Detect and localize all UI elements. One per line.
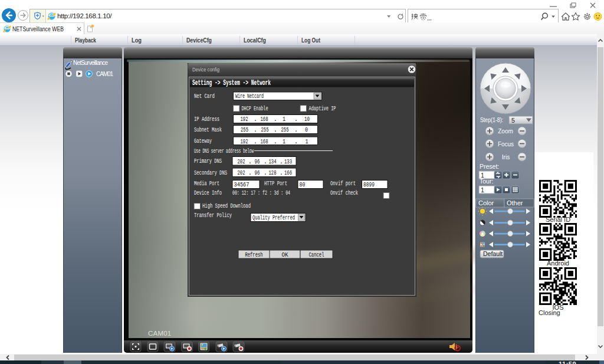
svg-text:Wire Netcard: Wire Netcard (235, 93, 264, 100)
svg-text:.: . (274, 116, 277, 123)
svg-text:IP Address: IP Address (194, 116, 219, 123)
svg-text:202: 202 (238, 169, 245, 176)
svg-text:.: . (248, 158, 252, 165)
svg-text:Preset:: Preset: (480, 163, 499, 170)
svg-text:.: . (254, 138, 257, 145)
svg-text:Zoom: Zoom (498, 128, 513, 135)
svg-text:134: 134 (269, 158, 277, 165)
svg-text:34567: 34567 (234, 181, 250, 188)
svg-text:.: . (280, 169, 283, 176)
svg-text:Transfer Policy: Transfer Policy (194, 212, 232, 219)
svg-text:192: 192 (241, 138, 248, 145)
svg-text:.: . (264, 158, 267, 165)
svg-text:Tour:: Tour: (480, 178, 493, 185)
svg-text:202: 202 (238, 158, 245, 165)
svg-text:Other: Other (507, 199, 523, 206)
svg-text:Setting -> System -> Network: Setting -> System -> Network (192, 79, 271, 87)
svg-text:Use DNS server address below: Use DNS server address below (194, 147, 254, 155)
svg-text:133: 133 (284, 158, 292, 165)
svg-text:.: . (254, 126, 257, 133)
svg-text:Subnet Mask: Subnet Mask (194, 126, 222, 133)
svg-text:00: 12: 17 : f2 : 3d : 04: 00: 12: 17 : f2 : 3d : 04 (232, 189, 290, 196)
svg-text:255: 255 (261, 126, 269, 133)
svg-text:0: 0 (305, 126, 308, 133)
svg-text:Net Card: Net Card (194, 93, 215, 100)
svg-text:Step(1-8):: Step(1-8): (480, 116, 503, 123)
svg-text:1: 1 (306, 138, 308, 145)
svg-text:Adaptive IP: Adaptive IP (309, 105, 336, 112)
svg-text:192: 192 (241, 116, 248, 123)
svg-text:1: 1 (283, 116, 285, 123)
svg-text:1: 1 (481, 186, 484, 194)
svg-text:.: . (254, 116, 257, 123)
svg-text:.: . (280, 158, 283, 165)
svg-text:.: . (274, 138, 277, 145)
svg-text:OK: OK (282, 251, 289, 258)
svg-text:10: 10 (304, 116, 310, 123)
svg-text:255: 255 (281, 126, 289, 133)
svg-text:Log: Log (132, 37, 142, 44)
svg-text:NETSurveillance WEB: NETSurveillance WEB (12, 25, 64, 32)
svg-text:High Speed Download: High Speed Download (202, 202, 251, 209)
svg-text:168: 168 (261, 116, 268, 123)
svg-text:5: 5 (511, 117, 515, 124)
svg-text:Iris: Iris (502, 154, 510, 160)
svg-text:DeviceCfg: DeviceCfg (186, 37, 212, 44)
svg-text:Playback: Playback (75, 37, 96, 44)
svg-text:CAM01: CAM01 (96, 71, 113, 77)
svg-text:Device Info: Device Info (194, 189, 222, 196)
svg-text:Primary DNS: Primary DNS (194, 158, 222, 165)
svg-text:96: 96 (255, 169, 260, 176)
svg-text:.: . (294, 138, 298, 145)
svg-text:LocalCfg: LocalCfg (244, 37, 266, 44)
svg-text:Cancel: Cancel (309, 251, 324, 258)
svg-text:96: 96 (255, 158, 260, 165)
svg-text:DHCP Enable: DHCP Enable (242, 105, 268, 112)
svg-text:.: . (274, 126, 277, 133)
svg-text:Log Out: Log Out (301, 37, 320, 44)
svg-text:168: 168 (261, 138, 268, 145)
svg-text:.: . (264, 169, 267, 176)
svg-text:HTTP Port: HTTP Port (264, 180, 287, 187)
svg-text:Secondary DNS: Secondary DNS (194, 169, 227, 176)
svg-text:255: 255 (241, 126, 248, 133)
svg-text:Quality Preferred: Quality Preferred (252, 214, 295, 221)
svg-text:Focus: Focus (498, 141, 514, 147)
svg-text:.: . (294, 116, 298, 123)
svg-text:Onvif check: Onvif check (330, 189, 358, 196)
svg-text:8899: 8899 (363, 181, 375, 188)
svg-text:Default: Default (483, 250, 503, 257)
svg-text:.: . (248, 169, 252, 176)
svg-text:Media Port: Media Port (194, 180, 219, 187)
svg-text:Onvif port: Onvif port (330, 180, 356, 187)
svg-text:Gateway: Gateway (194, 137, 212, 145)
svg-text:NetSurveillance: NetSurveillance (73, 60, 108, 66)
svg-text:Refresh: Refresh (245, 251, 263, 258)
svg-text:Color: Color (478, 199, 494, 206)
svg-text:80: 80 (300, 181, 306, 188)
svg-text:128: 128 (269, 169, 277, 176)
svg-text:1: 1 (283, 138, 285, 145)
svg-text:.: . (294, 126, 298, 133)
svg-text:166: 166 (284, 169, 292, 176)
svg-text:Device config: Device config (192, 66, 219, 73)
